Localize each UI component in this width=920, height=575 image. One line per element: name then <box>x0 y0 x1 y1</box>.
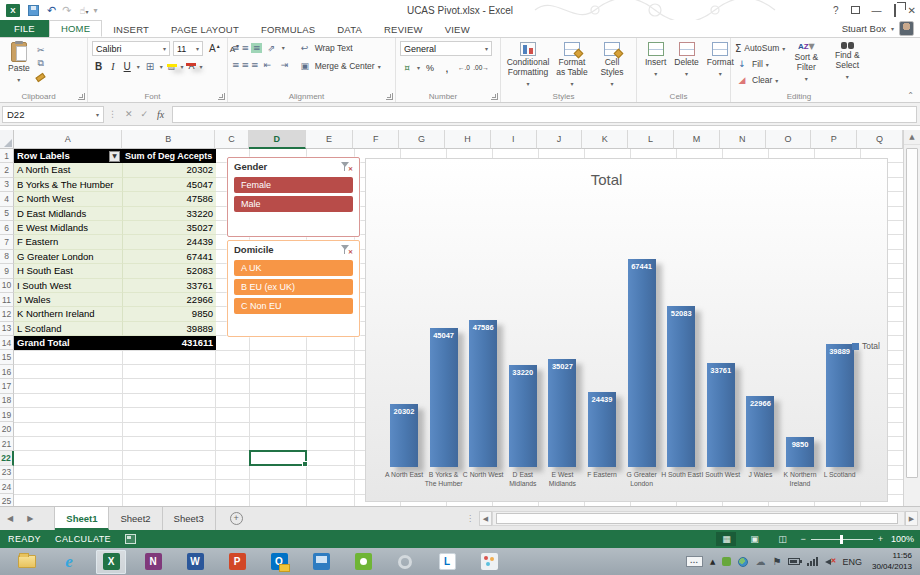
increase-indent-icon[interactable]: ⇥ <box>278 58 292 71</box>
zoom-slider[interactable]: − + <box>800 534 883 544</box>
pivot-data-row[interactable]: E West Midlands35027 <box>14 221 216 235</box>
copy-icon[interactable]: ⧉ <box>34 57 48 70</box>
pivot-cell-value[interactable]: 431611 <box>123 336 216 350</box>
pivot-cell-label[interactable]: F Eastern <box>14 235 123 249</box>
pivot-data-row[interactable]: G Greater London67441 <box>14 250 216 264</box>
taskbar-outlook-icon[interactable]: O <box>264 550 294 574</box>
bar-i-south-west[interactable] <box>707 363 735 467</box>
sheet-tab-sheet2[interactable]: Sheet2 <box>109 507 162 530</box>
collapse-ribbon-icon[interactable]: ⌃ <box>907 91 914 100</box>
row-header-24[interactable]: 24 <box>0 480 14 494</box>
pivot-data-row[interactable]: K Northern Ireland9850 <box>14 307 216 321</box>
font-dialog-launcher-icon[interactable] <box>218 93 225 100</box>
pivot-cell-label[interactable]: H South East <box>14 264 123 278</box>
taskbar-ie-icon[interactable]: e <box>54 550 84 574</box>
pivot-cell-value[interactable]: 47586 <box>123 192 216 206</box>
row-header-2[interactable]: 2 <box>0 163 14 177</box>
pivot-cell-label[interactable]: A North East <box>14 163 123 177</box>
ribbon-tab-data[interactable]: DATA <box>326 22 373 37</box>
row-headers[interactable]: 1234567891011121314151617181920212223242… <box>0 149 14 506</box>
pivot-cell-value[interactable]: 20302 <box>123 163 216 177</box>
quickbar-overflow-icon[interactable]: ▾ <box>94 6 98 15</box>
decrease-decimal-icon[interactable]: .00→ <box>474 61 488 74</box>
sheet-tab-sheet1[interactable]: Sheet1 <box>55 507 109 530</box>
column-header-b[interactable]: B <box>122 130 215 149</box>
horizontal-scroll-thumb[interactable] <box>496 513 898 524</box>
row-header-25[interactable]: 25 <box>0 494 14 506</box>
slicer-item-a-uk[interactable]: A UK <box>234 260 353 276</box>
column-header-q[interactable]: Q <box>857 130 903 149</box>
autosum-button[interactable]: ΣAutoSum▾ <box>735 41 785 55</box>
restore-icon[interactable] <box>894 5 896 16</box>
format-painter-icon[interactable] <box>34 71 48 84</box>
row-header-22[interactable]: 22 <box>0 451 14 465</box>
row-header-8[interactable]: 8 <box>0 250 14 264</box>
align-top-icon[interactable]: ≡ <box>232 43 239 53</box>
comma-style-icon[interactable]: , <box>440 61 454 74</box>
find-select-button[interactable]: Find & Select▾ <box>827 41 867 81</box>
taskbar-ring-app-icon[interactable] <box>390 550 420 574</box>
taskbar-onenote-icon[interactable]: N <box>138 550 168 574</box>
bar-g-greater-london[interactable] <box>628 259 656 467</box>
worksheet[interactable]: ABCDEFGHIJKLMNOPQ 1234567891011121314151… <box>0 126 920 506</box>
close-icon[interactable]: ✕ <box>908 5 916 16</box>
fill-color-icon[interactable]: ▨ <box>166 63 178 71</box>
formula-input[interactable] <box>172 106 917 123</box>
undo-icon[interactable]: ↶ <box>47 4 56 17</box>
touch-keyboard-icon[interactable]: ▪▪▪ <box>686 556 703 567</box>
cell-styles-button[interactable]: Cell Styles▾ <box>593 41 631 88</box>
row-header-10[interactable]: 10 <box>0 279 14 293</box>
tray-volume-muted-icon[interactable]: ✕ <box>825 557 835 566</box>
slicer-item-female[interactable]: Female <box>234 177 353 193</box>
pivot-chart[interactable]: Total 20302A North East45047B Yorks & Th… <box>365 158 888 502</box>
row-header-6[interactable]: 6 <box>0 221 14 235</box>
row-header-11[interactable]: 11 <box>0 293 14 307</box>
row-header-16[interactable]: 16 <box>0 365 14 379</box>
paste-button[interactable]: Paste ▾ <box>4 41 34 84</box>
pivot-cell-value[interactable]: 9850 <box>123 307 216 321</box>
scroll-up-icon[interactable]: ▲ <box>904 130 920 145</box>
ribbon-tab-file[interactable]: FILE <box>0 20 49 37</box>
tray-expand-icon[interactable]: ▲ <box>710 558 715 566</box>
scroll-right-icon[interactable]: ▶ <box>905 511 918 526</box>
pivot-cell-value[interactable]: 24439 <box>123 235 216 249</box>
clipboard-dialog-launcher-icon[interactable] <box>78 93 85 100</box>
align-middle-icon[interactable]: ≡ <box>242 43 249 53</box>
row-header-12[interactable]: 12 <box>0 307 14 321</box>
tray-language[interactable]: ENG <box>842 557 862 567</box>
bar-b-yorks-the-humber[interactable] <box>430 328 458 467</box>
slicer-domicile[interactable]: Domicile✕A UKB EU (ex UK)C Non EU <box>227 240 360 337</box>
ribbon-tab-formulas[interactable]: FORMULAS <box>250 22 326 37</box>
slicer-item-c-non-eu[interactable]: C Non EU <box>234 298 353 314</box>
ribbon-tab-view[interactable]: VIEW <box>434 22 481 37</box>
format-as-table-button[interactable]: Format as Table▾ <box>551 41 593 88</box>
pivot-data-row[interactable]: C North West47586 <box>14 192 216 206</box>
status-calculate[interactable]: CALCULATE <box>55 534 111 544</box>
pivot-data-row[interactable]: F Eastern24439 <box>14 235 216 249</box>
account-area[interactable]: Stuart Box ▾ <box>842 21 914 36</box>
row-header-15[interactable]: 15 <box>0 350 14 364</box>
insert-cells-button[interactable]: Insert▾ <box>641 41 670 78</box>
taskbar-word-icon[interactable]: W <box>180 550 210 574</box>
formula-bar-splitter[interactable]: ⋮ <box>108 109 117 119</box>
sheet-nav-next-icon[interactable]: ▶ <box>20 514 40 523</box>
pivot-cell-label[interactable]: B Yorks & The Humber <box>14 178 123 192</box>
zoom-thumb[interactable] <box>840 535 843 544</box>
horizontal-scrollbar[interactable]: ⋮ ◀ ▶ <box>466 511 918 526</box>
pivot-data-row[interactable]: A North East20302 <box>14 163 216 177</box>
clear-filter-icon[interactable]: ✕ <box>340 244 353 255</box>
pivot-cell-value[interactable]: 39889 <box>123 322 216 336</box>
pivot-cell-label[interactable]: Row Labels▼ <box>14 149 123 163</box>
column-header-k[interactable]: K <box>582 130 628 149</box>
row-header-21[interactable]: 21 <box>0 437 14 451</box>
tray-network-icon[interactable] <box>738 557 748 567</box>
page-break-view-icon[interactable]: ◫ <box>772 532 792 546</box>
zoom-percent[interactable]: 100% <box>891 534 914 544</box>
sort-filter-button[interactable]: AZ▼ Sort & Filter▾ <box>785 41 827 83</box>
italic-button[interactable]: I <box>108 61 117 72</box>
pivot-cell-value[interactable]: 35027 <box>123 221 216 235</box>
tray-action-center-icon[interactable]: ⚑ <box>772 556 781 567</box>
taskbar-display-app-icon[interactable] <box>306 550 336 574</box>
ribbon-tab-home[interactable]: HOME <box>49 20 102 37</box>
font-color-icon[interactable]: A <box>186 62 196 71</box>
